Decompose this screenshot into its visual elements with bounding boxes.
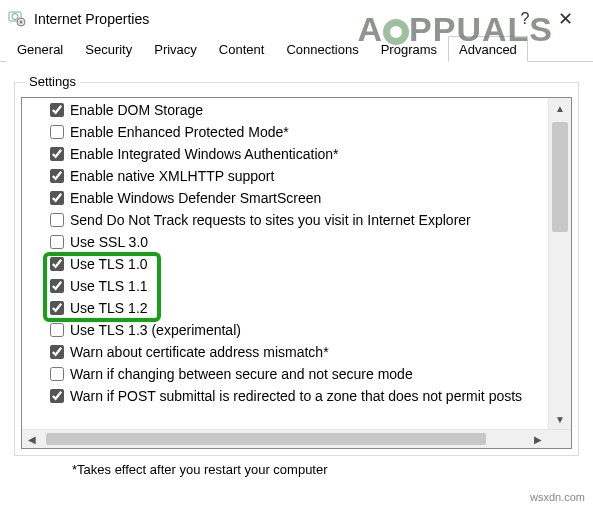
tab-general[interactable]: General <box>6 36 74 62</box>
scroll-corner <box>548 430 571 448</box>
settings-row: Use SSL 3.0 <box>22 231 548 253</box>
scroll-up-arrow[interactable]: ▲ <box>549 98 571 118</box>
scroll-right-arrow[interactable]: ▶ <box>528 430 548 448</box>
vertical-scrollbar[interactable]: ▲ ▼ <box>548 98 571 429</box>
settings-label: Use TLS 1.0 <box>70 256 148 272</box>
settings-row: Use TLS 1.3 (experimental) <box>22 319 548 341</box>
settings-group: Settings Enable DOM StorageEnable Enhanc… <box>14 82 579 456</box>
settings-checkbox[interactable] <box>50 191 64 205</box>
settings-label: Use TLS 1.1 <box>70 278 148 294</box>
settings-label: Warn about certificate address mismatch* <box>70 344 329 360</box>
settings-checkbox[interactable] <box>50 345 64 359</box>
settings-checkbox[interactable] <box>50 103 64 117</box>
settings-label: Use TLS 1.3 (experimental) <box>70 322 241 338</box>
tabstrip: GeneralSecurityPrivacyContentConnections… <box>0 36 593 62</box>
settings-checkbox[interactable] <box>50 301 64 315</box>
settings-label: Enable Integrated Windows Authentication… <box>70 146 339 162</box>
window-title: Internet Properties <box>34 11 149 27</box>
settings-row: Warn about certificate address mismatch* <box>22 341 548 363</box>
tab-connections[interactable]: Connections <box>275 36 369 62</box>
settings-row: Enable Enhanced Protected Mode* <box>22 121 548 143</box>
restart-footnote: *Takes effect after you restart your com… <box>14 456 579 477</box>
scroll-down-arrow[interactable]: ▼ <box>549 409 571 429</box>
settings-listbox: Enable DOM StorageEnable Enhanced Protec… <box>21 97 572 449</box>
settings-checkbox[interactable] <box>50 169 64 183</box>
settings-label: Use TLS 1.2 <box>70 300 148 316</box>
tab-privacy[interactable]: Privacy <box>143 36 208 62</box>
titlebar: Internet Properties ? ✕ <box>0 0 593 36</box>
settings-legend: Settings <box>25 74 80 89</box>
settings-row: Enable Windows Defender SmartScreen <box>22 187 548 209</box>
tab-content-advanced: Settings Enable DOM StorageEnable Enhanc… <box>0 62 593 477</box>
close-button[interactable]: ✕ <box>545 5 585 33</box>
settings-label: Enable native XMLHTTP support <box>70 168 274 184</box>
settings-list: Enable DOM StorageEnable Enhanced Protec… <box>22 98 548 429</box>
settings-row: Use TLS 1.0 <box>22 253 548 275</box>
scroll-left-arrow[interactable]: ◀ <box>22 430 42 448</box>
settings-checkbox[interactable] <box>50 389 64 403</box>
settings-row: Enable DOM Storage <box>22 99 548 121</box>
settings-row: Enable native XMLHTTP support <box>22 165 548 187</box>
settings-checkbox[interactable] <box>50 323 64 337</box>
tab-advanced[interactable]: Advanced <box>448 36 528 62</box>
settings-checkbox[interactable] <box>50 125 64 139</box>
tab-programs[interactable]: Programs <box>370 36 448 62</box>
settings-checkbox[interactable] <box>50 367 64 381</box>
source-watermark: wsxdn.com <box>530 491 585 503</box>
settings-row: Use TLS 1.1 <box>22 275 548 297</box>
settings-row: Warn if POST submittal is redirected to … <box>22 385 548 407</box>
settings-label: Send Do Not Track requests to sites you … <box>70 212 471 228</box>
settings-label: Use SSL 3.0 <box>70 234 148 250</box>
settings-row: Warn if changing between secure and not … <box>22 363 548 385</box>
settings-label: Enable DOM Storage <box>70 102 203 118</box>
horizontal-scrollbar[interactable]: ◀ ▶ <box>22 429 571 448</box>
vertical-scroll-thumb[interactable] <box>552 122 568 232</box>
settings-row: Send Do Not Track requests to sites you … <box>22 209 548 231</box>
settings-row: Enable Integrated Windows Authentication… <box>22 143 548 165</box>
settings-checkbox[interactable] <box>50 279 64 293</box>
tab-content[interactable]: Content <box>208 36 276 62</box>
settings-row: Use TLS 1.2 <box>22 297 548 319</box>
settings-checkbox[interactable] <box>50 235 64 249</box>
tab-security[interactable]: Security <box>74 36 143 62</box>
settings-checkbox[interactable] <box>50 257 64 271</box>
svg-point-3 <box>20 21 23 24</box>
horizontal-scroll-thumb[interactable] <box>46 433 486 445</box>
settings-label: Warn if POST submittal is redirected to … <box>70 388 522 404</box>
settings-label: Enable Enhanced Protected Mode* <box>70 124 289 140</box>
internet-options-icon <box>8 10 26 28</box>
settings-label: Enable Windows Defender SmartScreen <box>70 190 321 206</box>
help-button[interactable]: ? <box>505 5 545 33</box>
settings-checkbox[interactable] <box>50 147 64 161</box>
settings-checkbox[interactable] <box>50 213 64 227</box>
settings-label: Warn if changing between secure and not … <box>70 366 413 382</box>
